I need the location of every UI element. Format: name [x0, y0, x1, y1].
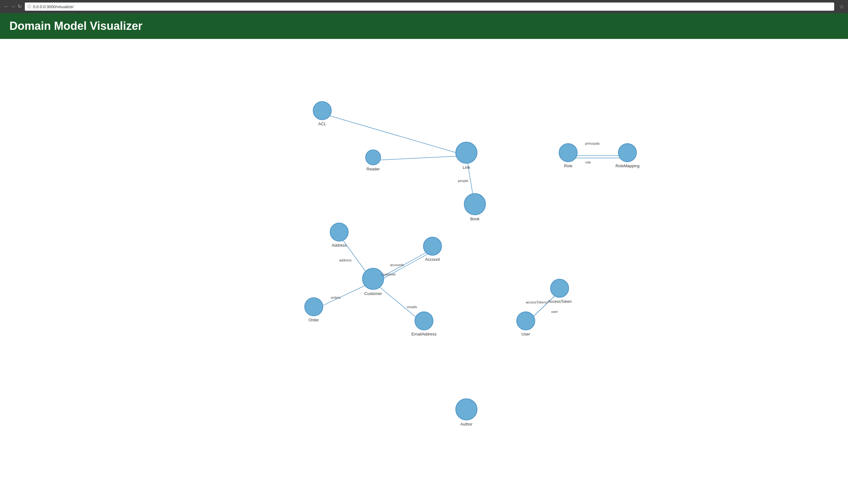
node-circle-acl	[313, 101, 332, 120]
node-label-acl: ACL	[318, 122, 326, 126]
node-user[interactable]: User	[516, 311, 535, 336]
url-text: 0.0.0.0:3000/visualize/	[33, 4, 73, 9]
node-link[interactable]: Link	[455, 142, 478, 170]
node-label-emailaddress: EmailAddress	[412, 331, 436, 336]
node-order[interactable]: Order	[304, 298, 323, 322]
node-label-accesstoken: AccessToken	[548, 299, 572, 304]
node-emailaddress[interactable]: EmailAddress	[412, 311, 436, 336]
edges-layer	[0, 39, 848, 504]
svg-line-0	[322, 114, 466, 156]
node-acl[interactable]: ACL	[313, 101, 332, 126]
svg-line-2	[373, 156, 466, 160]
node-customer[interactable]: Customer	[362, 268, 384, 295]
node-rolemapping[interactable]: RoleMapping	[616, 143, 640, 168]
forward-button[interactable]: →	[11, 4, 16, 9]
node-circle-order	[304, 298, 323, 316]
edge-label-principals: principals	[585, 142, 600, 145]
nav-buttons: ← → ↻	[4, 4, 22, 9]
node-label-author: Author	[461, 422, 472, 427]
edge-label-user: user	[551, 310, 558, 313]
node-circle-accesstoken	[550, 279, 569, 298]
node-label-customer: Customer	[364, 291, 382, 295]
page-title: Domain Model Visualizer	[10, 19, 838, 33]
edge-label-customer: customer	[382, 272, 396, 276]
edge-label-accesstokens: accessTokens	[526, 300, 548, 304]
node-label-account: Account	[425, 257, 440, 262]
browser-chrome: ← → ↻ ⓘ 0.0.0.0:3000/visualize/ ☆	[0, 0, 848, 13]
node-label-book: Book	[470, 216, 480, 221]
edge-label-accounts: accounts	[390, 263, 404, 267]
node-circle-rolemapping	[618, 143, 637, 162]
node-circle-author	[455, 399, 478, 420]
node-circle-user	[516, 311, 535, 330]
node-circle-customer	[362, 268, 384, 290]
node-label-role: Role	[564, 163, 573, 168]
edge-label-orders: orders	[331, 295, 341, 300]
node-accesstoken[interactable]: AccessToken	[548, 279, 572, 304]
node-address[interactable]: Address	[330, 222, 349, 247]
edge-label-people: people	[458, 179, 468, 183]
graph-canvas: ACL Reader Link Book Role RoleMapping Ad…	[0, 39, 848, 504]
node-label-reader: Reader	[366, 166, 380, 171]
bookmark-button[interactable]: ☆	[839, 3, 844, 10]
edge-label-role: role	[585, 160, 591, 164]
node-author[interactable]: Author	[455, 399, 478, 427]
node-label-link: Link	[463, 165, 470, 170]
node-label-user: User	[521, 331, 530, 336]
node-circle-role	[559, 143, 577, 162]
edge-label-emails: emails	[407, 305, 417, 309]
node-circle-address	[330, 222, 349, 241]
node-label-order: Order	[308, 318, 319, 322]
node-circle-emailaddress	[415, 311, 433, 330]
node-label-address: Address	[332, 242, 347, 247]
node-book[interactable]: Book	[464, 193, 486, 221]
node-circle-link	[455, 142, 478, 164]
back-button[interactable]: ←	[4, 4, 9, 9]
node-role[interactable]: Role	[559, 143, 577, 168]
address-bar[interactable]: ⓘ 0.0.0.0:3000/visualize/	[25, 2, 834, 11]
node-circle-book	[464, 193, 486, 215]
node-reader[interactable]: Reader	[365, 149, 381, 171]
node-circle-reader	[365, 149, 381, 165]
edge-label-address: address	[339, 258, 351, 262]
node-label-rolemapping: RoleMapping	[616, 163, 640, 168]
app-header: Domain Model Visualizer	[0, 13, 848, 39]
node-circle-account	[423, 237, 442, 255]
refresh-button[interactable]: ↻	[18, 4, 22, 9]
node-account[interactable]: Account	[423, 237, 442, 262]
lock-icon: ⓘ	[27, 4, 31, 10]
